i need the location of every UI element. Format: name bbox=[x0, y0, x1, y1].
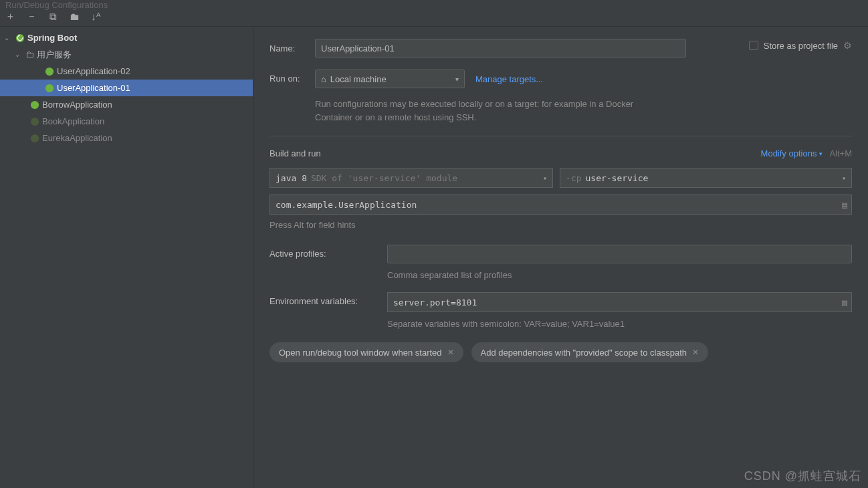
tree-item[interactable]: EurekaApplication bbox=[0, 130, 253, 146]
save-template-icon[interactable]: 🖿 bbox=[68, 11, 80, 22]
runon-combo[interactable]: ⌂ Local machine ▾ bbox=[315, 70, 465, 88]
name-label: Name: bbox=[269, 43, 315, 53]
modify-options-link[interactable]: Modify options ▾ bbox=[761, 148, 823, 158]
spring-icon bbox=[29, 116, 39, 126]
manage-targets-link[interactable]: Manage targets... bbox=[475, 74, 543, 84]
cp-prefix: -cp bbox=[566, 173, 581, 183]
tree-label: Spring Boot bbox=[27, 33, 77, 43]
field-hint: Press Alt for field hints bbox=[269, 220, 852, 230]
tree-item[interactable]: BookApplication bbox=[0, 113, 253, 130]
name-input[interactable] bbox=[315, 39, 686, 57]
tree-label: EurekaApplication bbox=[42, 133, 112, 143]
tree-label: BookApplication bbox=[42, 116, 104, 126]
profiles-input[interactable] bbox=[387, 245, 852, 263]
sort-icon[interactable]: ↓ᴬ bbox=[90, 11, 102, 23]
chevron-down-icon: ⌄ bbox=[4, 34, 12, 41]
close-icon[interactable]: ✕ bbox=[692, 348, 699, 357]
checkbox-icon[interactable] bbox=[749, 41, 758, 50]
config-form: Store as project file ⚙ Name: Run on: ⌂ … bbox=[253, 27, 868, 488]
option-chip[interactable]: Add dependencies with "provided" scope t… bbox=[471, 342, 708, 362]
add-icon[interactable]: ＋ bbox=[4, 10, 16, 23]
svg-point-5 bbox=[30, 134, 38, 142]
env-label: Environment variables: bbox=[269, 292, 387, 306]
jdk-hint: SDK of 'user-service' module bbox=[311, 173, 457, 183]
list-icon[interactable]: ▤ bbox=[842, 297, 847, 308]
toolbar: ＋ － ⧉ 🖿 ↓ᴬ bbox=[0, 7, 868, 27]
store-label: Store as project file bbox=[764, 41, 838, 51]
shortcut-hint: Alt+M bbox=[829, 148, 852, 158]
chevron-down-icon: ▾ bbox=[543, 174, 547, 182]
main-class-field[interactable]: com.example.UserApplication ▤ bbox=[269, 195, 852, 215]
tree-root-spring-boot[interactable]: ⌄ Spring Boot bbox=[0, 29, 253, 46]
tree-item[interactable]: BorrowApplication bbox=[0, 96, 253, 113]
titlebar: Run/Debug Configurations bbox=[0, 0, 868, 7]
tree-label: BorrowApplication bbox=[42, 100, 112, 110]
env-input[interactable]: server.port=8101 ▤ bbox=[387, 292, 852, 312]
copy-icon[interactable]: ⧉ bbox=[47, 11, 59, 23]
svg-point-2 bbox=[45, 84, 53, 92]
env-value: server.port=8101 bbox=[393, 297, 477, 308]
tree-item[interactable]: UserApplication-02 bbox=[0, 63, 253, 80]
window-title: Run/Debug Configurations bbox=[5, 0, 108, 10]
home-icon: ⌂ bbox=[321, 74, 326, 84]
spring-icon bbox=[29, 100, 39, 110]
tree-item-selected[interactable]: UserApplication-01 bbox=[0, 80, 253, 96]
gear-icon[interactable]: ⚙ bbox=[843, 40, 852, 51]
tree-label: UserApplication-02 bbox=[57, 66, 130, 76]
chevron-down-icon: ▾ bbox=[819, 150, 823, 157]
cp-value: user-service bbox=[585, 173, 648, 183]
config-tree: ⌄ Spring Boot ⌄ 🗀 用户服务 UserApplication-0… bbox=[0, 27, 253, 488]
spring-icon bbox=[29, 133, 39, 143]
svg-point-3 bbox=[30, 100, 38, 108]
tree-label: 用户服务 bbox=[37, 49, 72, 61]
folder-icon: 🗀 bbox=[25, 49, 34, 59]
jdk-combo[interactable]: java 8 SDK of 'user-service' module ▾ bbox=[269, 168, 553, 188]
svg-point-1 bbox=[45, 67, 53, 75]
chip-label: Open run/debug tool window when started bbox=[279, 348, 442, 358]
chevron-down-icon: ⌄ bbox=[15, 51, 23, 58]
runon-label: Run on: bbox=[269, 70, 315, 84]
chevron-down-icon: ▾ bbox=[455, 76, 459, 83]
chevron-down-icon: ▾ bbox=[842, 174, 846, 182]
option-chip[interactable]: Open run/debug tool window when started … bbox=[269, 342, 463, 362]
tree-folder-users[interactable]: ⌄ 🗀 用户服务 bbox=[0, 46, 253, 63]
profiles-label: Active profiles: bbox=[269, 245, 387, 259]
env-hint: Separate variables with semicolon: VAR=v… bbox=[387, 319, 852, 329]
spring-icon bbox=[15, 33, 25, 43]
main-class-value: com.example.UserApplication bbox=[276, 200, 417, 210]
tree-label: UserApplication-01 bbox=[57, 83, 130, 93]
spring-icon bbox=[44, 83, 54, 93]
svg-point-4 bbox=[30, 117, 38, 125]
build-section-title: Build and run bbox=[269, 148, 761, 158]
jdk-value: java 8 bbox=[276, 173, 307, 183]
classpath-combo[interactable]: -cp user-service ▾ bbox=[560, 168, 852, 188]
close-icon[interactable]: ✕ bbox=[447, 348, 454, 357]
separator bbox=[269, 136, 852, 136]
spring-icon bbox=[44, 66, 54, 76]
list-icon[interactable]: ▤ bbox=[842, 200, 847, 210]
runon-hint: Run configurations may be executed local… bbox=[315, 98, 636, 124]
remove-icon[interactable]: － bbox=[25, 10, 37, 23]
chip-label: Add dependencies with "provided" scope t… bbox=[481, 348, 687, 358]
store-as-project-file[interactable]: Store as project file ⚙ bbox=[749, 40, 852, 51]
watermark: CSDN @抓蛙宫城石 bbox=[744, 468, 861, 484]
profiles-hint: Comma separated list of profiles bbox=[387, 270, 852, 280]
runon-value: Local machine bbox=[330, 74, 387, 84]
